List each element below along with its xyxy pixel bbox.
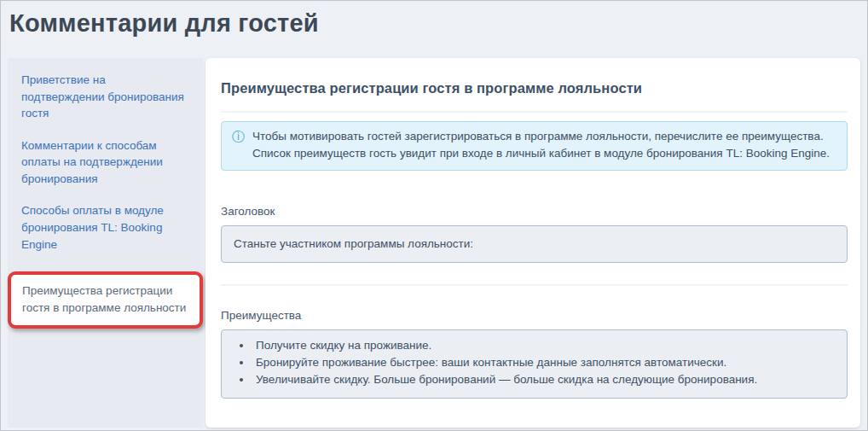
info-callout: ⓘ Чтобы мотивировать гостей зарегистриро…	[221, 121, 848, 171]
benefit-item: Получите скидку на проживание.	[252, 337, 833, 354]
sidebar-nav: Приветствие на подтверждении бронировани…	[8, 58, 203, 428]
heading-divider	[221, 111, 848, 113]
info-callout-line-1: Чтобы мотивировать гостей зарегистрирова…	[252, 128, 830, 145]
main-panel: Преимущества регистрации гостя в програм…	[205, 58, 860, 428]
page-header: Комментарии для гостей	[1, 1, 867, 54]
sidebar-item-payment-comments[interactable]: Комментарии к способам оплаты на подтвер…	[21, 137, 189, 188]
benefit-item: Бронируйте проживание быстрее: ваши конт…	[252, 354, 833, 371]
section-heading: Преимущества регистрации гостя в програм…	[221, 80, 848, 96]
benefits-list: Получите скидку на проживание. Бронируйт…	[235, 337, 833, 389]
content-area: Приветствие на подтверждении бронировани…	[8, 58, 860, 428]
info-callout-text: Чтобы мотивировать гостей зарегистрирова…	[252, 128, 830, 163]
info-callout-line-2: Список преимуществ гость увидит при вход…	[252, 145, 830, 162]
sidebar-item-loyalty-benefits[interactable]: Преимущества регистрации гостя в програм…	[22, 282, 189, 316]
header-field-input[interactable]: Станьте участником программы лояльности:	[221, 225, 848, 263]
info-circle-icon: ⓘ	[232, 128, 245, 163]
sidebar-item-greeting-on-confirmation[interactable]: Приветствие на подтверждении бронировани…	[21, 72, 189, 122]
sidebar-item-payment-methods-booking-engine[interactable]: Способы оплаты в модуле бронирования TL:…	[21, 202, 189, 253]
benefits-field-input[interactable]: Получите скидку на проживание. Бронируйт…	[221, 329, 848, 399]
annotation-highlight-box: Преимущества регистрации гостя в програм…	[8, 271, 203, 329]
section-divider	[221, 284, 848, 286]
app-window: Комментарии для гостей Приветствие на по…	[0, 0, 868, 431]
benefits-field-label: Преимущества	[221, 309, 848, 322]
header-field-label: Заголовок	[221, 205, 848, 218]
page-title: Комментарии для гостей	[9, 9, 867, 38]
benefit-item: Увеличивайте скидку. Больше бронирований…	[252, 371, 833, 388]
